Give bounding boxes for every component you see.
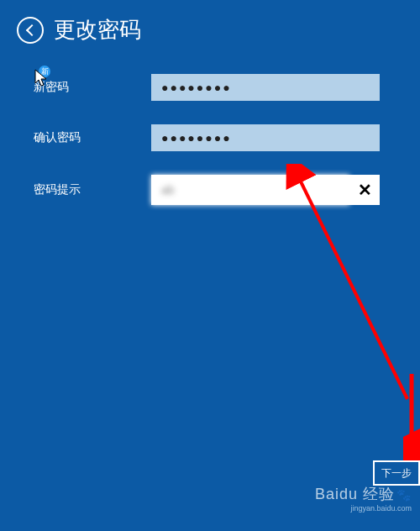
svg-line-0	[298, 176, 407, 399]
watermark: Baidu 经验🐾 jingyan.baidu.com	[315, 484, 412, 513]
confirm-password-row: 确认密码	[34, 124, 386, 151]
password-form: 新密码 确认密码 密码提示 ✕	[0, 53, 420, 205]
new-password-label: 新密码	[34, 80, 151, 95]
arrow-left-icon	[25, 24, 37, 35]
confirm-password-input[interactable]	[151, 124, 380, 151]
password-hint-row: 密码提示 ✕	[34, 175, 386, 205]
new-password-row: 新密码	[34, 74, 386, 101]
clear-button[interactable]: ✕	[349, 175, 380, 205]
password-hint-label: 密码提示	[34, 182, 151, 197]
watermark-logo: Baidu 经验🐾	[315, 484, 412, 504]
next-button[interactable]: 下一步	[373, 460, 420, 486]
paw-icon: 🐾	[396, 488, 412, 502]
watermark-url: jingyan.baidu.com	[315, 504, 412, 513]
password-hint-input[interactable]	[151, 175, 349, 205]
page-title: 更改密码	[54, 15, 141, 45]
annotation-arrow-icon	[403, 370, 420, 462]
password-hint-wrapper: ✕	[151, 175, 380, 205]
new-password-input[interactable]	[151, 74, 380, 101]
confirm-password-label: 确认密码	[34, 130, 151, 145]
back-button[interactable]	[17, 17, 44, 44]
